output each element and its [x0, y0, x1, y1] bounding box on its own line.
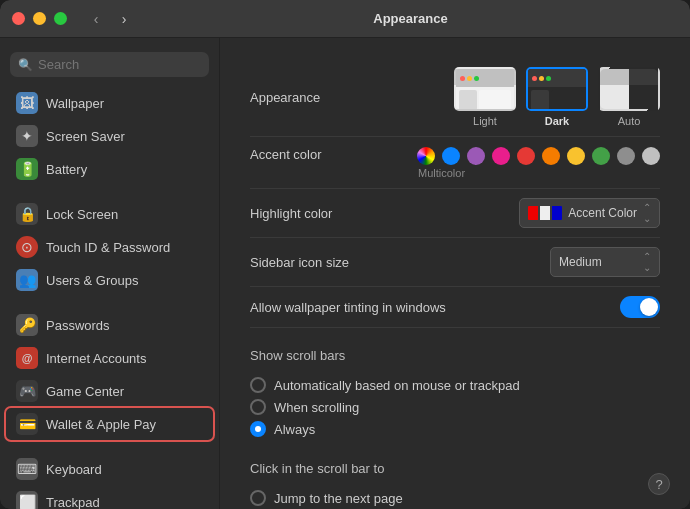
- click-next-page-label: Jump to the next page: [274, 491, 403, 506]
- back-arrow-button[interactable]: ‹: [85, 8, 107, 30]
- sidebar-item-label: Game Center: [46, 384, 124, 399]
- scroll-scrolling-label: When scrolling: [274, 400, 359, 415]
- content-wrapper: Appearance: [220, 38, 690, 509]
- sidebar-item-label: Touch ID & Password: [46, 240, 170, 255]
- sidebar-item-label: Lock Screen: [46, 207, 118, 222]
- dark-label: Dark: [545, 115, 569, 127]
- sidebar-icon-size-label: Sidebar icon size: [250, 255, 349, 270]
- accent-multicolor[interactable]: [417, 147, 435, 165]
- maximize-button[interactable]: [54, 12, 67, 25]
- users-groups-icon: 👥: [16, 269, 38, 291]
- accent-orange[interactable]: [542, 147, 560, 165]
- appearance-options: Light: [454, 67, 660, 127]
- search-icon: 🔍: [18, 58, 33, 72]
- sidebar-item-touch-id[interactable]: ⊙ Touch ID & Password: [6, 231, 213, 263]
- sidebar-item-lock-screen[interactable]: 🔒 Lock Screen: [6, 198, 213, 230]
- scroll-scrolling-radio[interactable]: [250, 399, 266, 415]
- auto-label: Auto: [618, 115, 641, 127]
- scroll-bars-radio-group: Automatically based on mouse or trackpad…: [250, 369, 660, 445]
- close-button[interactable]: [12, 12, 25, 25]
- appearance-auto[interactable]: Auto: [598, 67, 660, 127]
- forward-arrow-button[interactable]: ›: [113, 8, 135, 30]
- scroll-scrolling-option[interactable]: When scrolling: [250, 399, 660, 415]
- chevron-updown-icon: ⌃⌄: [643, 202, 651, 224]
- scroll-always-radio[interactable]: [250, 421, 266, 437]
- accent-yellow[interactable]: [567, 147, 585, 165]
- sidebar-item-label: Trackpad: [46, 495, 100, 510]
- click-next-page-radio[interactable]: [250, 490, 266, 506]
- click-scroll-radio-group: Jump to the next page Jump to the spot t…: [250, 482, 660, 509]
- accent-graphite[interactable]: [617, 147, 635, 165]
- appearance-setting-row: Appearance: [250, 58, 660, 137]
- highlight-color-value: Accent Color: [568, 206, 637, 220]
- sidebar-item-battery[interactable]: 🔋 Battery: [6, 153, 213, 185]
- passwords-icon: 🔑: [16, 314, 38, 336]
- sidebar-item-game-center[interactable]: 🎮 Game Center: [6, 375, 213, 407]
- game-center-icon: 🎮: [16, 380, 38, 402]
- appearance-label: Appearance: [250, 90, 320, 105]
- wallpaper-icon: 🖼: [16, 92, 38, 114]
- help-button[interactable]: ?: [648, 473, 670, 495]
- main-layout: 🔍 🖼 Wallpaper ✦ Screen Saver 🔋 Battery 🔒…: [0, 38, 690, 509]
- battery-icon: 🔋: [16, 158, 38, 180]
- accent-green[interactable]: [592, 147, 610, 165]
- wallpaper-tinting-row: Allow wallpaper tinting in windows: [250, 287, 660, 328]
- sidebar-item-label: Internet Accounts: [46, 351, 146, 366]
- sidebar-item-keyboard[interactable]: ⌨ Keyboard: [6, 453, 213, 485]
- wallet-icon: 💳: [16, 413, 38, 435]
- accent-colors: [417, 147, 660, 165]
- search-input[interactable]: [38, 57, 201, 72]
- click-scroll-section: Click in the scroll bar to Jump to the n…: [250, 445, 660, 509]
- accent-silver[interactable]: [642, 147, 660, 165]
- lock-screen-icon: 🔒: [16, 203, 38, 225]
- sidebar: 🔍 🖼 Wallpaper ✦ Screen Saver 🔋 Battery 🔒…: [0, 38, 220, 509]
- sidebar-item-label: Screen Saver: [46, 129, 125, 144]
- sidebar-item-label: Wallpaper: [46, 96, 104, 111]
- flag-icon: [528, 206, 562, 220]
- trackpad-icon: ⬜: [16, 491, 38, 509]
- accent-purple[interactable]: [467, 147, 485, 165]
- scroll-auto-radio[interactable]: [250, 377, 266, 393]
- sidebar-icon-size-row: Sidebar icon size Medium ⌃⌄: [250, 238, 660, 287]
- sidebar-item-internet-accounts[interactable]: @ Internet Accounts: [6, 342, 213, 374]
- accent-red[interactable]: [517, 147, 535, 165]
- sidebar-item-label: Passwords: [46, 318, 110, 333]
- sidebar-item-trackpad[interactable]: ⬜ Trackpad: [6, 486, 213, 509]
- search-box[interactable]: 🔍: [10, 52, 209, 77]
- scroll-auto-label: Automatically based on mouse or trackpad: [274, 378, 520, 393]
- accent-color-row: Accent color: [250, 137, 660, 189]
- light-label: Light: [473, 115, 497, 127]
- sidebar-item-label: Keyboard: [46, 462, 102, 477]
- scroll-auto-option[interactable]: Automatically based on mouse or trackpad: [250, 377, 660, 393]
- sidebar-item-label: Wallet & Apple Pay: [46, 417, 156, 432]
- wallpaper-tinting-toggle[interactable]: [620, 296, 660, 318]
- appearance-light[interactable]: Light: [454, 67, 516, 127]
- chevron-updown-icon-2: ⌃⌄: [643, 251, 651, 273]
- screen-saver-icon: ✦: [16, 125, 38, 147]
- scroll-bars-section: Show scroll bars Automatically based on …: [250, 328, 660, 445]
- sidebar-icon-size-dropdown[interactable]: Medium ⌃⌄: [550, 247, 660, 277]
- title-bar: ‹ › Appearance: [0, 0, 690, 38]
- highlight-color-dropdown[interactable]: Accent Color ⌃⌄: [519, 198, 660, 228]
- sidebar-item-wallpaper[interactable]: 🖼 Wallpaper: [6, 87, 213, 119]
- appearance-thumbs: Light: [454, 67, 660, 127]
- sidebar-item-wallet[interactable]: 💳 Wallet & Apple Pay: [6, 408, 213, 440]
- scroll-always-label: Always: [274, 422, 315, 437]
- minimize-button[interactable]: [33, 12, 46, 25]
- sidebar-item-label: Battery: [46, 162, 87, 177]
- accent-pink[interactable]: [492, 147, 510, 165]
- toggle-knob: [640, 298, 658, 316]
- click-scroll-label: Click in the scroll bar to: [250, 449, 660, 482]
- click-next-page-option[interactable]: Jump to the next page: [250, 490, 660, 506]
- wallpaper-tinting-label: Allow wallpaper tinting in windows: [250, 300, 446, 315]
- scroll-always-option[interactable]: Always: [250, 421, 660, 437]
- sidebar-item-screen-saver[interactable]: ✦ Screen Saver: [6, 120, 213, 152]
- appearance-dark[interactable]: Dark: [526, 67, 588, 127]
- sidebar-item-users-groups[interactable]: 👥 Users & Groups: [6, 264, 213, 296]
- internet-accounts-icon: @: [16, 347, 38, 369]
- sidebar-item-passwords[interactable]: 🔑 Passwords: [6, 309, 213, 341]
- accent-blue[interactable]: [442, 147, 460, 165]
- sidebar-item-label: Users & Groups: [46, 273, 138, 288]
- accent-color-label: Accent color: [250, 147, 322, 162]
- touch-id-icon: ⊙: [16, 236, 38, 258]
